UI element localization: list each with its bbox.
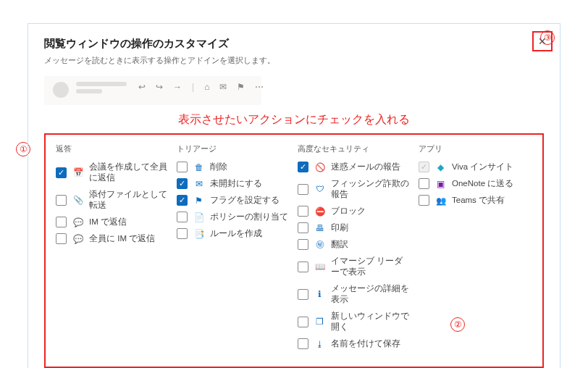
checkbox[interactable] xyxy=(298,206,308,217)
open-window-icon: ❐ xyxy=(314,317,325,327)
checkbox[interactable] xyxy=(298,338,308,349)
option-label: ポリシーの割り当て xyxy=(210,212,288,222)
checkbox[interactable]: ✓ xyxy=(177,195,188,206)
column-header: 返答 xyxy=(56,143,169,154)
attach-forward-icon: 📎 xyxy=(72,195,83,206)
option-label: メッセージの詳細を表示 xyxy=(331,283,411,305)
option-row: ⭳名前を付けて保存 xyxy=(298,338,411,349)
option-label: IM で返信 xyxy=(89,217,127,227)
more-icon: ⋯ xyxy=(255,82,264,92)
immersive-reader-icon: 📖 xyxy=(314,262,325,272)
checkbox[interactable] xyxy=(56,233,67,244)
checkbox[interactable] xyxy=(56,217,67,227)
block-icon: ⛔ xyxy=(314,206,325,217)
checkbox[interactable]: ✓ xyxy=(298,162,308,172)
column-header: トリアージ xyxy=(177,143,290,154)
option-label: フラグを設定する xyxy=(210,195,280,206)
option-label: イマーシブ リーダーで表示 xyxy=(331,256,411,277)
close-button[interactable]: ✕ xyxy=(532,31,553,51)
separator-icon: | xyxy=(192,82,194,92)
message-preview: ↩ ↪ → | ⌂ ✉ ⚑ ⋯ xyxy=(44,76,261,105)
option-label: 印刷 xyxy=(331,222,348,233)
column-security: 高度なセキュリティ✓🚫迷惑メールの報告🛡フィッシング詐欺の報告⛔ブロック🖶印刷㊙… xyxy=(298,143,411,355)
trash-icon: 🗑 xyxy=(193,162,204,172)
checkbox: ✓ xyxy=(419,162,429,172)
option-row: ✓🚫迷惑メールの報告 xyxy=(298,162,411,172)
print-icon: 🖶 xyxy=(314,222,325,233)
option-row: ✓⚑フラグを設定する xyxy=(177,195,290,206)
option-row: 🛡フィッシング詐欺の報告 xyxy=(298,178,411,200)
rules-icon: 📑 xyxy=(193,228,204,239)
option-label: フィッシング詐欺の報告 xyxy=(331,178,411,200)
checkbox[interactable] xyxy=(298,222,308,233)
option-label: 全員に IM で返信 xyxy=(89,233,155,244)
checkbox[interactable] xyxy=(419,178,429,189)
chat-reply-all-icon: 💬 xyxy=(72,233,83,244)
translate-icon: ㊙ xyxy=(314,239,325,250)
checkbox[interactable] xyxy=(177,162,188,172)
option-row: 🗑削除 xyxy=(177,162,290,172)
option-row: ⛔ブロック xyxy=(298,206,411,217)
option-row: ❐新しいウィンドウで開く xyxy=(298,311,411,333)
onenote-icon: ▣ xyxy=(435,178,446,189)
option-label: 削除 xyxy=(210,162,227,172)
customize-reading-pane-dialog: ✕ 閲覧ウィンドウの操作のカスタマイズ メッセージを読むときに表示する操作とアド… xyxy=(28,23,560,368)
checkbox[interactable] xyxy=(56,195,67,206)
option-row: ✓📅会議を作成して全員に返信 xyxy=(56,162,169,183)
message-details-icon: ℹ xyxy=(314,289,325,300)
option-label: Teams で共有 xyxy=(452,195,505,206)
column-apps: アプリ✓◆Viva インサイト▣OneNote に送る👥Teams で共有 xyxy=(419,143,532,355)
flag-icon: ⚑ xyxy=(237,82,245,92)
phishing-report-icon: 🛡 xyxy=(314,184,325,195)
option-row: 📄ポリシーの割り当て xyxy=(177,212,290,222)
option-row: 📖イマーシブ リーダーで表示 xyxy=(298,256,411,277)
teams-icon: 👥 xyxy=(435,195,446,206)
flag-icon: ⚑ xyxy=(193,195,204,206)
chat-reply-icon: 💬 xyxy=(72,217,83,227)
checkbox[interactable] xyxy=(177,212,188,222)
option-row: 👥Teams で共有 xyxy=(419,195,532,206)
reply-icon: ↩ xyxy=(138,82,146,92)
option-label: 翻訳 xyxy=(331,239,348,250)
avatar xyxy=(53,82,69,98)
calendar-reply-icon: 📅 xyxy=(72,167,83,178)
option-label: OneNote に送る xyxy=(452,178,513,189)
checkbox[interactable] xyxy=(298,184,308,195)
option-label: 迷惑メールの報告 xyxy=(331,162,400,172)
column-header: 高度なセキュリティ xyxy=(298,143,411,154)
checkbox[interactable] xyxy=(298,239,308,250)
option-row: 📎添付ファイルとして転送 xyxy=(56,189,169,211)
column-header: アプリ xyxy=(419,143,532,154)
policy-icon: 📄 xyxy=(193,212,204,222)
option-row: ㊙翻訳 xyxy=(298,239,411,250)
checkbox[interactable]: ✓ xyxy=(177,178,188,189)
option-row: 📑ルールを作成 xyxy=(177,228,290,239)
option-row: 🖶印刷 xyxy=(298,222,411,233)
option-row: ℹメッセージの詳細を表示 xyxy=(298,283,411,305)
option-row: ✓✉未開封にする xyxy=(177,178,290,189)
option-row: ✓◆Viva インサイト xyxy=(419,162,532,172)
option-label: 会議を作成して全員に返信 xyxy=(89,162,169,183)
viva-icon: ◆ xyxy=(435,162,446,172)
forward-icon: → xyxy=(173,82,182,92)
save-as-icon: ⭳ xyxy=(314,338,325,349)
mail-icon: ✉ xyxy=(219,82,227,92)
option-label: 名前を付けて保存 xyxy=(331,338,400,349)
checkbox[interactable] xyxy=(298,289,308,300)
column-triage: トリアージ🗑削除✓✉未開封にする✓⚑フラグを設定する📄ポリシーの割り当て📑ルール… xyxy=(177,143,290,355)
column-reply: 返答✓📅会議を作成して全員に返信📎添付ファイルとして転送💬IM で返信💬全員に … xyxy=(56,143,169,355)
close-icon: ✕ xyxy=(538,35,547,47)
checkbox[interactable] xyxy=(298,317,308,327)
option-label: Viva インサイト xyxy=(452,162,513,172)
mail-unread-icon: ✉ xyxy=(193,178,204,189)
option-label: ブロック xyxy=(331,206,366,217)
archive-icon: ⌂ xyxy=(204,82,209,92)
dialog-subtitle: メッセージを読むときに表示する操作とアドインを選択します。 xyxy=(44,55,544,66)
checkbox[interactable] xyxy=(419,195,429,206)
preview-line xyxy=(76,82,127,86)
option-label: 未開封にする xyxy=(210,178,262,189)
option-row: 💬IM で返信 xyxy=(56,217,169,227)
checkbox[interactable]: ✓ xyxy=(56,167,67,178)
checkbox[interactable] xyxy=(298,262,308,272)
checkbox[interactable] xyxy=(177,228,188,239)
